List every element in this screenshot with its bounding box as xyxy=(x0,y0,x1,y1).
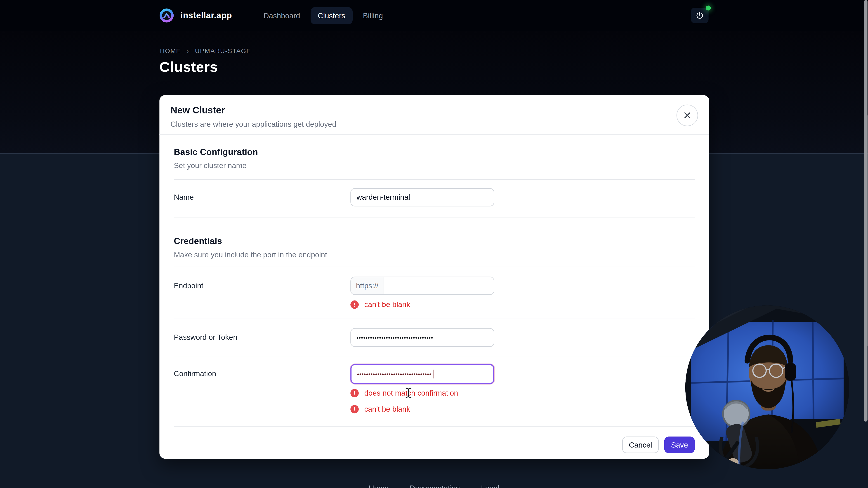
mouse-ibeam-cursor xyxy=(405,387,412,400)
error-icon xyxy=(350,389,359,397)
error-icon xyxy=(350,405,359,414)
endpoint-error: can't be blank xyxy=(350,300,494,309)
main-nav: Dashboard Clusters Billing xyxy=(256,7,390,24)
error-text: can't be blank xyxy=(364,300,410,309)
modal-title: New Cluster xyxy=(170,105,698,117)
confirmation-field-row: Confirmation •••••••••••••••••••••••••••… xyxy=(174,356,694,426)
footer-link[interactable]: Legal xyxy=(481,484,499,488)
scrollbar-thumb[interactable] xyxy=(864,0,868,422)
brand-name: instellar.app xyxy=(180,11,232,21)
save-button[interactable]: Save xyxy=(664,436,695,453)
breadcrumb-home[interactable]: HOME xyxy=(160,48,181,54)
confirmation-error-match: does not match confirmation xyxy=(350,389,494,397)
power-icon xyxy=(695,11,704,20)
breadcrumb-upmaru-stage[interactable]: UPMARU-STAGE xyxy=(195,48,251,54)
modal-footer: Cancel Save xyxy=(174,427,694,463)
breadcrumb: HOME › UPMARU-STAGE xyxy=(160,48,251,54)
name-field-row: Name xyxy=(174,180,694,217)
endpoint-input-group: https:// xyxy=(350,276,494,295)
error-text: can't be blank xyxy=(364,405,410,414)
modal-body: Basic Configuration Set your cluster nam… xyxy=(159,135,709,463)
name-label: Name xyxy=(174,188,350,206)
password-field-row: Password or Token ••••••••••••••••••••••… xyxy=(174,319,694,356)
section-subheading: Make sure you include the port in the en… xyxy=(174,251,694,259)
chevron-right-icon: › xyxy=(186,48,189,54)
nav-billing[interactable]: Billing xyxy=(356,7,390,24)
basic-configuration-section: Basic Configuration Set your cluster nam… xyxy=(174,135,694,180)
divider xyxy=(174,217,694,217)
password-label: Password or Token xyxy=(174,328,350,347)
nav-dashboard[interactable]: Dashboard xyxy=(256,7,307,24)
endpoint-input[interactable] xyxy=(384,277,494,294)
confirmation-error-blank: can't be blank xyxy=(350,405,494,414)
error-icon xyxy=(350,300,359,309)
footer-link[interactable]: Home xyxy=(369,484,389,488)
cancel-button[interactable]: Cancel xyxy=(622,436,659,453)
app-root: Home Documentation Legal HOME › UPMARU-S… xyxy=(0,0,868,488)
section-heading: Credentials xyxy=(174,236,694,246)
new-cluster-modal: New Cluster Clusters are where your appl… xyxy=(159,95,709,459)
endpoint-field-row: Endpoint https:// can't be blank xyxy=(174,267,694,319)
section-heading: Basic Configuration xyxy=(174,135,694,157)
power-button[interactable] xyxy=(691,8,708,23)
status-online-dot xyxy=(706,5,711,10)
page-footer-links: Home Documentation Legal xyxy=(0,484,868,488)
name-input[interactable] xyxy=(350,188,494,206)
endpoint-label: Endpoint xyxy=(174,276,350,295)
top-navigation-bar: instellar.app Dashboard Clusters Billing xyxy=(0,0,868,31)
confirmation-input[interactable]: ••••••••••••••••••••••••••••••••• xyxy=(350,364,494,384)
confirmation-masked-value: ••••••••••••••••••••••••••••••••• xyxy=(357,371,432,377)
modal-header: New Cluster Clusters are where your appl… xyxy=(159,95,709,135)
text-caret xyxy=(433,369,434,379)
webcam-scene xyxy=(685,305,849,469)
close-button[interactable] xyxy=(677,105,698,126)
password-input[interactable]: •••••••••••••••••••••••••••••••••• xyxy=(350,328,494,347)
credentials-section: Credentials Make sure you include the po… xyxy=(174,236,694,267)
brand[interactable]: instellar.app xyxy=(159,8,232,23)
endpoint-prefix: https:// xyxy=(351,277,384,294)
instellar-logo-icon xyxy=(159,8,174,23)
modal-subtitle: Clusters are where your applications get… xyxy=(170,120,698,129)
page-title: Clusters xyxy=(159,59,218,76)
close-icon xyxy=(683,111,691,120)
password-masked-value: •••••••••••••••••••••••••••••••••• xyxy=(356,334,433,341)
webcam-overlay xyxy=(685,305,849,469)
confirmation-label: Confirmation xyxy=(174,364,350,384)
footer-link[interactable]: Documentation xyxy=(410,484,460,488)
nav-clusters[interactable]: Clusters xyxy=(311,7,352,24)
section-subheading: Set your cluster name xyxy=(174,162,694,170)
